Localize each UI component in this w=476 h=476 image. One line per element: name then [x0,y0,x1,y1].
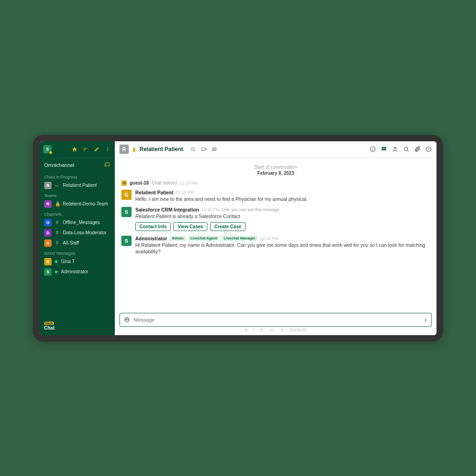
chat-bubble-icon [104,162,110,168]
message-avatar [121,190,132,200]
svg-point-8 [394,147,396,149]
sidebar-item-channel[interactable]: # Data-Loss-Moderator [40,228,115,238]
avatar-chip [44,200,52,208]
canned-responses-icon[interactable] [381,146,387,152]
sidebar-footer: Dash Chat [40,316,115,335]
avatar-chip [44,182,52,189]
attachment-icon[interactable] [414,146,421,152]
format-toolbar: B I S </> ↯ \[KaTeX\] [119,327,432,334]
sidebar-item-label: Data-Loss-Moderator [63,230,106,235]
workspace-badge[interactable] [43,145,52,153]
kebab-icon[interactable] [105,146,111,152]
message-sender: Relatient Patient [135,190,173,195]
lock-icon: 🔒 [55,201,60,206]
hash-icon: # [55,230,60,235]
svg-point-4 [191,149,192,149]
sidebar-item-label: All-Staff [63,240,79,245]
system-time: 12:15 PM [180,181,198,185]
sort-icon[interactable] [82,146,89,152]
conversation-start: Start of conversation [121,165,430,170]
omnichannel-header[interactable]: Omnichannel [40,158,115,172]
message-text: Relatient Patient is already a Salesforc… [135,213,430,219]
section-channels: Channels [40,209,115,218]
sidebar-item-team[interactable]: 🔒 Relatient-Demo-Team [40,199,115,209]
favorite-icon[interactable]: ▮ [132,146,136,153]
section-dms: Direct Messages [40,248,115,257]
sidebar-item-channel[interactable]: # Offline_Messages [40,218,115,228]
svg-point-0 [107,147,108,148]
info-icon[interactable] [370,146,376,152]
message-list[interactable]: Start of conversation February 8, 2023 g… [115,158,436,310]
forward-chat-icon[interactable] [200,146,207,152]
message: Salesforce CRM Integration 12:15 PM Only… [121,207,430,231]
sidebar-item-label: Relatient Patient [63,183,97,188]
message-italic: Relatient Patient [135,213,171,219]
contact-icon[interactable] [392,146,398,152]
brand-tag: Dash [44,322,54,325]
svg-point-5 [191,150,192,151]
message: Administrator Admin Livechat Agent Livec… [121,236,430,255]
create-case-button[interactable]: Create Case [210,222,245,231]
omnichannel-label: Omnichannel [44,162,74,168]
section-chats: Chats in Progress [40,172,115,180]
close-chat-icon[interactable] [211,146,218,152]
message-sender: Administrator [135,236,167,241]
system-event-text: Chat started [152,180,177,185]
svg-rect-7 [383,148,385,149]
add-attachment-icon[interactable]: + [424,316,428,324]
avatar-chip [44,229,52,237]
bold-tool[interactable]: B [245,328,248,332]
message-avatar [121,207,132,217]
role-badge: Admin [170,236,186,241]
compose-icon[interactable] [93,146,100,152]
date-divider: February 8, 2023 [121,171,430,176]
message-input[interactable] [134,317,420,323]
app-screen: Omnichannel Chats in Progress ▭ Relatien… [40,141,436,335]
sidebar-item-label: Relatient-Demo-Team [63,201,108,206]
sidebar-item-dm[interactable]: Administrator [40,267,115,277]
section-teams: Teams [40,191,115,199]
role-badge: Livechat Manager [222,236,258,241]
view-cases-button[interactable]: View Cases [173,222,207,231]
presence-dot [55,271,58,273]
strike-tool[interactable]: S [260,328,263,332]
hash-icon: # [55,220,60,225]
queue-icon[interactable] [190,146,196,152]
message-time: 12:15 PM [176,190,194,195]
svg-point-3 [191,147,192,148]
italic-tool[interactable]: I [253,328,255,332]
sidebar-item-label: Offline_Messages [63,220,100,225]
composer[interactable]: + [119,313,432,327]
home-icon[interactable] [71,146,78,152]
code-tool[interactable]: </> [269,328,275,332]
sidebar-item-label: Administrator [61,269,88,274]
message-avatar [121,236,132,246]
sidebar-item-chat[interactable]: ▭ Relatient Patient [40,180,115,191]
message-text: Hello. I am new to the area and need to … [135,196,430,202]
sidebar-top [40,141,115,158]
message-sender: Salesforce CRM Integration [135,207,199,212]
contact-info-button[interactable]: Contact Info [135,222,171,231]
multiline-tool[interactable]: ↯ [280,328,284,332]
message-text: Hi Relatient Patient, my name is Adminis… [135,242,430,255]
message-visibility-note: Only you can see this message [222,207,280,212]
room-avatar [119,145,129,154]
katex-tool[interactable]: \[KaTeX\] [290,328,307,332]
sidebar-item-channel[interactable]: # All-Staff [40,238,115,248]
composer-area: + B I S </> ↯ \[KaTeX\] [115,310,436,335]
svg-point-9 [404,147,408,151]
svg-point-2 [107,151,108,152]
search-icon[interactable] [403,146,410,152]
avatar-chip [44,268,52,276]
system-badge [121,180,127,186]
history-icon[interactable] [425,146,432,152]
svg-point-1 [107,149,108,150]
main-panel: ▮ Relatient Patient [115,141,436,335]
sidebar-item-dm[interactable]: Gina T [40,257,115,267]
emoji-icon[interactable] [124,317,130,323]
room-title: Relatient Patient [139,146,183,152]
message-rest: is already a Salesforce Contact [171,213,240,219]
sidebar: Omnichannel Chats in Progress ▭ Relatien… [40,141,115,335]
presence-dot [55,260,58,263]
message-time: 12:15 PM [201,207,219,212]
